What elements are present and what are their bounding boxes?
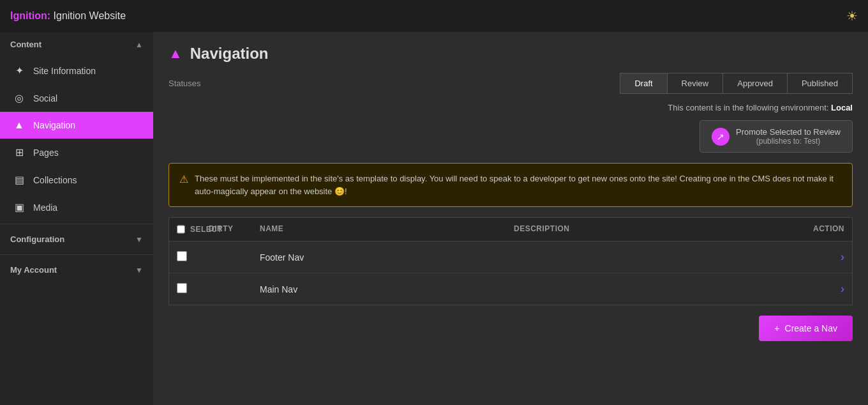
col-header-name: Name [260,224,514,234]
promote-btn-label: Promote Selected to Review [736,127,841,137]
table-row: Footer Nav › [169,241,852,273]
statuses-bar: Statuses Draft Review Approved Published [153,73,868,94]
environment-text: This content is in the following environ… [668,103,828,112]
content-chevron-icon: ▲ [135,40,143,49]
table-row: Main Nav › [169,273,852,305]
theme-icon[interactable]: ☀ [846,8,858,24]
col-header-select: Select [177,224,209,234]
statuses-label: Statuses [168,79,620,88]
tab-approved[interactable]: Approved [723,73,788,93]
sidebar: Content ▲ ✦ Site Information ◎ Social ▲ … [0,32,153,405]
sidebar-item-navigation[interactable]: ▲ Navigation [0,112,153,139]
configuration-section-label: Configuration [10,234,64,244]
my-account-chevron-icon: ▼ [135,266,143,275]
social-icon: ◎ [13,92,26,104]
row-2-checkbox[interactable] [177,283,187,293]
row-1-name: Footer Nav [260,252,514,263]
brand-name: Ignition: [10,10,50,21]
table-header: Select Dirty Name Description Action [169,218,852,241]
sidebar-item-social[interactable]: ◎ Social [0,84,153,112]
environment-info: This content is in the following environ… [153,99,868,120]
status-tabs: Draft Review Approved Published [620,73,853,94]
sidebar-item-media[interactable]: ▣ Media [0,194,153,221]
sidebar-item-label: Navigation [33,120,75,130]
my-account-section-header[interactable]: My Account ▼ [0,257,153,282]
configuration-chevron-icon: ▼ [135,235,143,244]
sidebar-item-collections[interactable]: ▤ Collections [0,166,153,194]
sidebar-item-label: Media [33,202,57,213]
tab-published[interactable]: Published [788,73,852,93]
sidebar-item-label: Pages [33,148,59,158]
row-1-checkbox[interactable] [177,251,187,261]
content-section-header[interactable]: Content ▲ [0,32,153,57]
tab-review[interactable]: Review [668,73,724,93]
row-1-action[interactable]: › [768,250,844,264]
row-2-action[interactable]: › [768,282,844,296]
tab-draft[interactable]: Draft [620,73,667,93]
col-header-action: Action [768,224,844,234]
site-name: Ignition Website [54,10,126,21]
my-account-section-label: My Account [10,265,57,275]
topbar: Ignition: Ignition Website ☀ [0,0,868,32]
warning-text: These must be implemented in the site's … [195,172,842,197]
navigation-table: Select Dirty Name Description Action Foo… [168,217,853,305]
environment-value: Local [831,103,853,112]
pages-icon: ⊞ [13,146,26,158]
sidebar-item-label: Collections [33,175,77,185]
promote-btn-sublabel: (publishes to: Test) [736,137,841,146]
page-header-icon: ▲ [168,45,183,62]
page-title: Navigation [190,45,269,63]
warning-icon: ⚠ [179,173,188,185]
row-1-select[interactable] [177,251,209,263]
sidebar-item-site-information[interactable]: ✦ Site Information [0,57,153,84]
content-header: ▲ Navigation [153,32,868,73]
collections-icon: ▤ [13,174,26,186]
row-1-chevron-icon[interactable]: › [841,250,844,264]
sidebar-item-pages[interactable]: ⊞ Pages [0,139,153,166]
row-2-select[interactable] [177,283,209,295]
site-information-icon: ✦ [13,65,26,77]
row-2-chevron-icon[interactable]: › [841,282,844,296]
configuration-section-header[interactable]: Configuration ▼ [0,227,153,252]
create-btn-label: Create a Nav [785,323,837,333]
app-title: Ignition: Ignition Website [10,10,126,22]
sidebar-item-label: Social [33,93,57,103]
sidebar-divider-2 [0,254,153,255]
navigation-icon: ▲ [13,119,26,131]
promote-btn-text: Promote Selected to Review (publishes to… [736,127,841,146]
create-plus-icon: + [774,323,779,333]
sidebar-item-label: Site Information [33,66,96,76]
content-section-label: Content [10,40,41,49]
media-icon: ▣ [13,201,26,213]
row-2-name: Main Nav [260,284,514,294]
content-area: ▲ Navigation Statuses Draft Review Appro… [153,32,868,405]
create-nav-button[interactable]: + Create a Nav [759,316,853,341]
sidebar-divider-1 [0,224,153,224]
promote-button[interactable]: ↗ Promote Selected to Review (publishes … [700,120,853,153]
warning-box: ⚠ These must be implemented in the site'… [168,163,853,207]
main-layout: Content ▲ ✦ Site Information ◎ Social ▲ … [0,32,868,405]
create-section: + Create a Nav [153,305,868,351]
promote-section: ↗ Promote Selected to Review (publishes … [153,120,868,163]
select-all-checkbox[interactable] [177,224,185,234]
col-header-description: Description [514,224,768,234]
promote-icon: ↗ [712,128,730,146]
col-header-dirty: Dirty [209,224,260,234]
